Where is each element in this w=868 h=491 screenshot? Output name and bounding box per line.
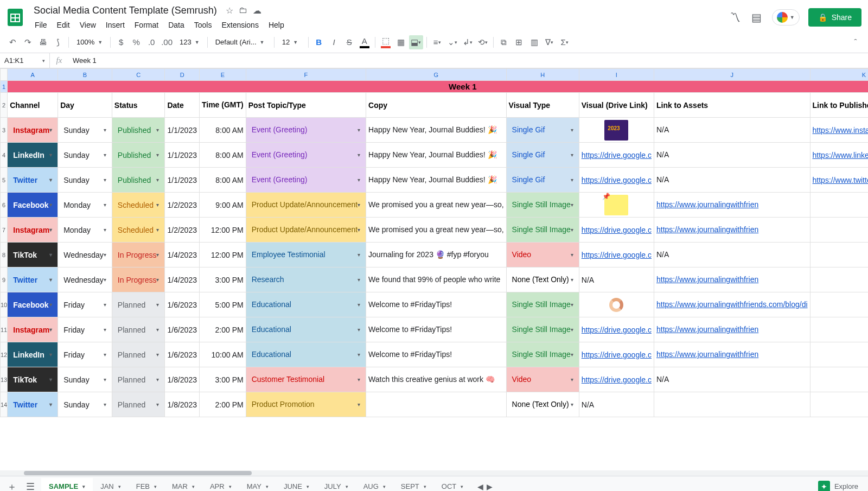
sheet-tab-june[interactable]: JUNE▾ [276, 478, 317, 491]
row-header[interactable]: 10 [1, 292, 8, 317]
status-cell[interactable]: Planned▾ [112, 317, 165, 342]
paint-format-button[interactable]: ⟆ [51, 35, 65, 49]
column-header[interactable]: H [506, 69, 579, 81]
published-link-cell[interactable]: https://www.linkedin.com/linkto [810, 143, 868, 168]
date-cell[interactable]: 1/1/2023 [165, 168, 200, 193]
day-cell[interactable]: Friday▾ [58, 317, 112, 342]
row-header[interactable]: 7 [1, 218, 8, 243]
menu-extensions[interactable]: Extensions [217, 18, 263, 31]
day-cell[interactable]: Monday▾ [58, 218, 112, 243]
date-cell[interactable]: 1/8/2023 [165, 392, 200, 417]
sheet-tab-mar[interactable]: MAR▾ [164, 478, 202, 491]
visual-type-cell[interactable]: Single Still Image▾ [506, 292, 579, 317]
published-link-cell[interactable] [810, 193, 868, 218]
copy-cell[interactable]: Happy New Year, Journal Buddies! 🎉 [366, 118, 507, 143]
channel-cell[interactable]: Twitter▾ [8, 392, 58, 417]
visual-type-cell[interactable]: None (Text Only)▾ [506, 392, 579, 417]
topic-cell[interactable]: Educational▾ [246, 292, 366, 317]
column-header[interactable]: I [579, 69, 654, 81]
column-header[interactable]: G [366, 69, 507, 81]
functions-button[interactable]: Σ ▾ [558, 35, 572, 49]
assets-link-cell[interactable]: https://www.journalingwithfrien [654, 267, 810, 292]
menu-file[interactable]: File [30, 18, 52, 31]
date-cell[interactable]: 1/1/2023 [165, 118, 200, 143]
column-header[interactable]: B [58, 69, 112, 81]
topic-cell[interactable]: Product Update/Announcement▾ [246, 193, 366, 218]
visual-type-cell[interactable]: Video▾ [506, 243, 579, 267]
date-cell[interactable]: 1/8/2023 [165, 367, 200, 392]
assets-link-cell[interactable]: https://www.journalingwithfrien [654, 317, 810, 342]
day-cell[interactable]: Wednesday▾ [58, 267, 112, 292]
bold-button[interactable]: B [312, 35, 326, 49]
visual-link-cell[interactable]: 📌 [579, 193, 654, 218]
column-header[interactable]: J [654, 69, 810, 81]
visual-link-cell[interactable]: N/A [579, 392, 654, 417]
visual-type-cell[interactable]: Single Gif▾ [506, 168, 579, 193]
time-cell[interactable]: 2:00 PM [199, 392, 246, 417]
fill-color-button[interactable]: ⬚ [379, 35, 393, 49]
time-cell[interactable]: 2:00 PM [199, 317, 246, 342]
channel-cell[interactable]: TikTok▾ [8, 367, 58, 392]
column-title[interactable]: Link to Published Post [810, 93, 868, 118]
status-cell[interactable]: Published▾ [112, 168, 165, 193]
assets-link-cell[interactable]: https://www.journalingwithfriends.com/bl… [654, 292, 810, 317]
all-sheets-button[interactable]: ☰ [23, 479, 38, 492]
zoom-select[interactable]: 100%▼ [72, 35, 107, 49]
channel-cell[interactable]: Twitter▾ [8, 168, 58, 193]
status-cell[interactable]: Planned▾ [112, 342, 165, 367]
sheet-nav-left[interactable]: ◀ [477, 482, 483, 491]
copy-cell[interactable]: Welcome to #FridayTips! [366, 342, 507, 367]
column-header[interactable]: E [199, 69, 246, 81]
visual-link-cell[interactable]: https://drive.google.c [579, 243, 654, 267]
status-cell[interactable]: In Progress▾ [112, 267, 165, 292]
font-size-select[interactable]: 12▼ [278, 35, 305, 49]
time-cell[interactable]: 8:00 AM [199, 143, 246, 168]
published-link-cell[interactable]: https://www.instagram.com/lin [810, 118, 868, 143]
insert-chart-button[interactable]: ▥ [527, 35, 541, 49]
row-header[interactable]: 12 [1, 342, 8, 367]
menu-tools[interactable]: Tools [190, 18, 216, 31]
published-link-cell[interactable] [810, 267, 868, 292]
redo-button[interactable]: ↷ [21, 35, 35, 49]
day-cell[interactable]: Monday▾ [58, 193, 112, 218]
time-cell[interactable]: 12:00 PM [199, 243, 246, 267]
assets-link-cell[interactable]: https://www.journalingwithfrien [654, 218, 810, 243]
time-cell[interactable]: 9:00 AM [199, 193, 246, 218]
column-title[interactable]: Copy [366, 93, 507, 118]
day-cell[interactable]: Sunday▾ [58, 392, 112, 417]
column-header[interactable]: D [165, 69, 200, 81]
insert-comment-button[interactable]: ⊞ [512, 35, 526, 49]
assets-link-cell[interactable]: N/A [654, 168, 810, 193]
assets-link-cell[interactable]: N/A [654, 143, 810, 168]
visual-link-cell[interactable]: https://drive.google.c [579, 367, 654, 392]
meet-button[interactable]: ▼ [772, 9, 800, 25]
published-link-cell[interactable] [810, 392, 868, 417]
copy-cell[interactable]: We promised you a great new year—so, [366, 218, 507, 243]
visual-type-cell[interactable]: Video▾ [506, 367, 579, 392]
status-cell[interactable]: Scheduled▾ [112, 193, 165, 218]
time-cell[interactable]: 10:00 AM [199, 342, 246, 367]
time-cell[interactable]: 3:00 PM [199, 367, 246, 392]
column-header[interactable]: F [246, 69, 366, 81]
column-header[interactable]: A [8, 69, 58, 81]
percent-button[interactable]: % [129, 35, 143, 49]
date-cell[interactable]: 1/6/2023 [165, 292, 200, 317]
sheet-tab-sample[interactable]: SAMPLE▾ [41, 478, 93, 491]
column-title[interactable]: Visual Type [506, 93, 579, 118]
menu-format[interactable]: Format [130, 18, 163, 31]
published-link-cell[interactable] [810, 243, 868, 267]
sheet-tab-may[interactable]: MAY▾ [239, 478, 276, 491]
visual-link-cell[interactable]: https://drive.google.c [579, 143, 654, 168]
currency-button[interactable]: $ [114, 35, 128, 49]
day-cell[interactable]: Sunday▾ [58, 367, 112, 392]
published-link-cell[interactable] [810, 292, 868, 317]
row-header[interactable]: 3 [1, 118, 8, 143]
copy-cell[interactable]: Journaling for 2023 🔮 #fyp #foryou [366, 243, 507, 267]
visual-type-cell[interactable]: Single Still Image▾ [506, 218, 579, 243]
column-title[interactable]: Visual (Drive Link) [579, 93, 654, 118]
status-cell[interactable]: Planned▾ [112, 292, 165, 317]
visual-link-cell[interactable]: https://drive.google.c [579, 317, 654, 342]
column-title[interactable]: Day [58, 93, 112, 118]
copy-cell[interactable]: Happy New Year, Journal Buddies! 🎉 [366, 168, 507, 193]
topic-cell[interactable]: Product Promotion▾ [246, 392, 366, 417]
